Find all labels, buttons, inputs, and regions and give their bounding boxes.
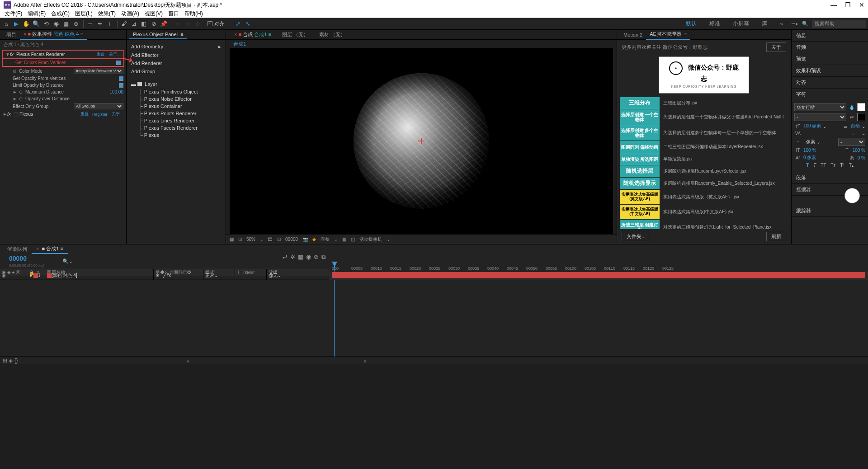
- stroke-value[interactable]: - 像素: [803, 139, 815, 145]
- layer-bar-track[interactable]: [329, 272, 868, 280]
- script-row[interactable]: 选择层创建 一个空物体为选择的层创建一个空物体并做父子链接Add Parente…: [620, 109, 788, 125]
- baseline-value[interactable]: 0 像素: [803, 155, 816, 161]
- parent-pickwhip[interactable]: @: [269, 273, 273, 278]
- composition-viewport[interactable]: [230, 48, 613, 234]
- stroke-order-select[interactable]: -: [838, 138, 865, 146]
- toggle-switches-icon[interactable]: ⊞ ◈ {}: [3, 357, 18, 364]
- superscript-button[interactable]: T¹: [840, 163, 844, 168]
- panel-info[interactable]: 信息: [792, 30, 868, 42]
- rotate-tool[interactable]: ◉: [52, 19, 61, 28]
- reset-link[interactable]: 重置: [80, 111, 89, 117]
- allcaps-button[interactable]: TT: [821, 163, 826, 168]
- menu-view[interactable]: 视图(V): [142, 10, 165, 18]
- panel-align[interactable]: 对齐: [792, 77, 868, 89]
- zoom-dropdown[interactable]: 50%: [246, 237, 255, 242]
- world-axis-icon[interactable]: ⊹: [183, 19, 192, 28]
- panel-character[interactable]: 字符: [792, 89, 868, 100]
- font-family-select[interactable]: 华文行楷: [794, 103, 846, 111]
- layer-duration-bar[interactable]: [332, 272, 865, 278]
- selection-tool[interactable]: ▶: [12, 19, 21, 28]
- tab-comp1[interactable]: × ■ 合成1 ≡: [32, 244, 68, 254]
- resize-grip[interactable]: ▲: [363, 357, 368, 364]
- tree-item[interactable]: ├ Plexus Lines Renderer: [127, 117, 226, 124]
- script-row[interactable]: 图层阵列 偏移动画二维三维图层阵列偏移动画脚本LayerRepeater.jsx: [620, 141, 788, 153]
- menu-help[interactable]: 帮助(H): [182, 10, 206, 18]
- swap-icon[interactable]: ⇄: [848, 115, 855, 120]
- panel-preview[interactable]: 预览: [792, 53, 868, 65]
- about-button[interactable]: 关于: [766, 42, 786, 52]
- menu-animation[interactable]: 动画(A): [118, 10, 142, 18]
- menu-effect[interactable]: 效果(T): [95, 10, 118, 18]
- tl-icon[interactable]: ✲: [290, 253, 295, 269]
- fx-plexus[interactable]: ►fx⬚ Plexus 重置 Register 关于...: [0, 110, 126, 118]
- pan-behind-tool[interactable]: ⊕: [71, 19, 80, 28]
- script-row[interactable]: 单独渲染 所选图层单独渲染层.jsx: [620, 153, 788, 165]
- tab-effect-controls[interactable]: ×■ 效果控件 黑色 纯色 4 ≡: [20, 29, 87, 40]
- menu-layer[interactable]: 图层(L): [72, 10, 95, 18]
- anchor-point-icon[interactable]: [418, 138, 425, 144]
- sync-icon[interactable]: ☰▸: [791, 21, 798, 27]
- smallcaps-button[interactable]: Tт: [831, 163, 836, 168]
- draft3d-icon[interactable]: ◫: [351, 237, 355, 242]
- checkbox-get-opacity[interactable]: [119, 76, 123, 81]
- eyedropper-icon[interactable]: 💧: [848, 105, 855, 110]
- script-row[interactable]: 实用表达式集高级版 (英文版AE)实用表达式集高级版（英文版AE）.jsx: [620, 190, 788, 204]
- visibility-toggle[interactable]: ◉: [2, 273, 6, 278]
- workspace-more[interactable]: »: [775, 20, 788, 28]
- tab-footage-none[interactable]: 素材 （无）: [314, 30, 351, 39]
- text-tool[interactable]: T: [105, 19, 114, 28]
- script-row[interactable]: 所选三维层 创建灯光对选定的三维层创建灯光Light_for_Selected_…: [620, 220, 788, 229]
- quality-dropdown[interactable]: 完整: [321, 236, 330, 243]
- current-timecode[interactable]: 00000: [9, 255, 27, 262]
- effect-only-select[interactable]: All Groups: [74, 103, 123, 109]
- tl-icon[interactable]: ▦: [298, 253, 303, 269]
- camera-tool[interactable]: ▦: [61, 19, 71, 28]
- grid-icon[interactable]: ⊡: [238, 237, 242, 242]
- mask-icon[interactable]: ⊡: [277, 237, 281, 242]
- script-tag[interactable]: 图层阵列 偏移动画: [620, 141, 660, 153]
- add-effector[interactable]: Add Effector: [127, 51, 226, 59]
- orbit-tool[interactable]: ⟲: [42, 19, 51, 28]
- menu-window[interactable]: 窗口: [165, 10, 182, 18]
- script-row[interactable]: 三维分布三维图层分布.jsx: [620, 97, 788, 109]
- tl-icon[interactable]: ⇄: [283, 253, 288, 269]
- script-tag[interactable]: 所选三维层 创建灯光: [620, 220, 660, 229]
- bold-button[interactable]: T: [806, 163, 809, 168]
- camera-dropdown[interactable]: 活动摄像机: [359, 236, 382, 243]
- puppet-tool[interactable]: 📌: [159, 19, 168, 28]
- tsume-value[interactable]: 0 %: [858, 155, 865, 160]
- layer-name[interactable]: [黑色 纯色 4]: [52, 272, 77, 279]
- timeline-layer-row[interactable]: ◉ ► 1 [黑色 纯色 4] ☀ ╱ fx 正常 ⌄ @ 无 ⌄: [0, 272, 868, 280]
- tracking-value[interactable]: -: [859, 131, 860, 136]
- tree-item[interactable]: ├ Plexus Points Renderer: [127, 110, 226, 117]
- local-axis-icon[interactable]: ⊹: [173, 19, 182, 28]
- search-help-input[interactable]: 搜索帮助: [812, 20, 866, 28]
- resolution-icon[interactable]: 🗔: [268, 237, 273, 242]
- script-row[interactable]: 实用表达式集高级版 (中文版AE)实用表达式集高级版(中文版AE).jsx: [620, 205, 788, 219]
- script-tag[interactable]: 选择层创建 多个空物体: [620, 125, 660, 141]
- snap-edge-icon[interactable]: ⤢: [233, 19, 242, 28]
- script-row[interactable]: 随机选择层多层随机选择层RandomLayerSelector.jsx: [620, 165, 788, 177]
- close-button[interactable]: ✕: [859, 1, 864, 9]
- snap-extend-icon[interactable]: ⤡: [243, 19, 252, 28]
- folder-button[interactable]: 文件夹..: [622, 232, 649, 241]
- workspace-small[interactable]: 小屏幕: [728, 19, 754, 28]
- tree-item[interactable]: ├ Plexus Primitives Object: [127, 88, 226, 95]
- prop-get-colors[interactable]: Get Colors From Vertices: [15, 60, 116, 65]
- max-distance-value[interactable]: 100.00: [109, 89, 123, 94]
- clone-tool[interactable]: ⊿: [129, 19, 138, 28]
- vscale-value[interactable]: 100 %: [803, 148, 816, 153]
- italic-button[interactable]: T: [813, 163, 816, 168]
- subscript-button[interactable]: T₁: [849, 163, 854, 168]
- workspace-library[interactable]: 库: [757, 19, 772, 28]
- script-tag[interactable]: 实用表达式集高级版 (中文版AE): [620, 205, 660, 219]
- tree-item[interactable]: ├ Plexus Facets Renderer: [127, 124, 226, 131]
- pen-tool[interactable]: ✒: [95, 19, 104, 28]
- reset-link[interactable]: 重置: [96, 52, 104, 57]
- tab-script-manager[interactable]: AE脚本管理器 ≡: [646, 29, 690, 40]
- script-tag[interactable]: 随机选择显示: [620, 178, 660, 189]
- view-axis-icon[interactable]: ⊹: [193, 19, 202, 28]
- checkbox-get-colors[interactable]: [116, 61, 121, 65]
- workspace-default[interactable]: 默认: [681, 19, 701, 28]
- maximize-button[interactable]: ❐: [845, 1, 851, 9]
